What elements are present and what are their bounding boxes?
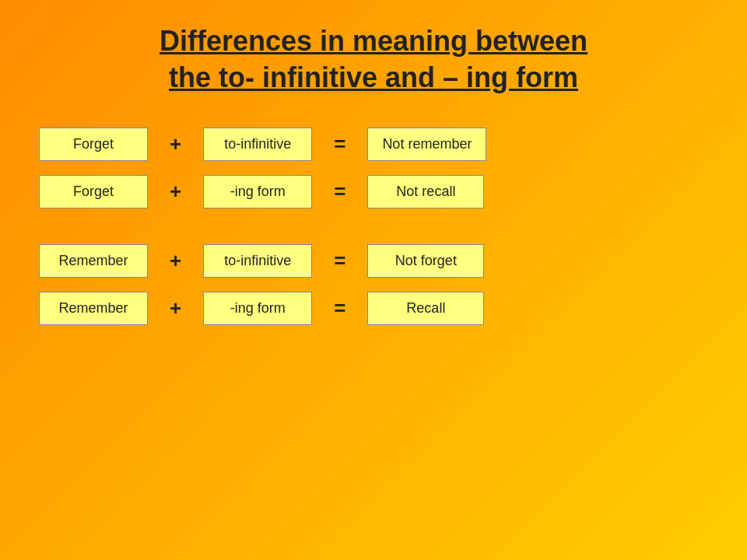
plus-operator-3: + — [148, 249, 203, 273]
equals-operator-2: = — [312, 180, 367, 204]
form-box-2: -ing form — [203, 175, 312, 208]
meaning-box-1: Not remember — [367, 128, 486, 161]
verb-box-2: Forget — [39, 175, 148, 208]
plus-operator-1: + — [148, 132, 203, 156]
form-box-3: to-infinitive — [203, 244, 312, 278]
table-row: Forget + to-infinitive = Not remember — [39, 128, 708, 161]
meaning-box-3: Not forget — [367, 244, 484, 278]
form-box-4: -ing form — [203, 292, 312, 325]
equals-operator-3: = — [312, 249, 367, 273]
title-line1: Differences in meaning between — [160, 25, 587, 57]
table-row: Remember + to-infinitive = Not forget — [39, 244, 708, 278]
table-row: Remember + -ing form = Recall — [39, 292, 708, 325]
form-box-1: to-infinitive — [203, 128, 312, 161]
content-area: Forget + to-infinitive = Not remember Fo… — [39, 128, 708, 325]
title-line2: the to- infinitive and – ing form — [169, 61, 578, 93]
verb-box-1: Forget — [39, 128, 148, 161]
plus-operator-2: + — [148, 180, 203, 204]
table-row: Forget + -ing form = Not recall — [39, 175, 708, 208]
verb-box-3: Remember — [39, 244, 148, 278]
meaning-box-4: Recall — [367, 292, 484, 325]
meaning-box-2: Not recall — [367, 175, 484, 208]
title: Differences in meaning between the to- i… — [160, 23, 587, 96]
plus-operator-4: + — [148, 296, 203, 320]
verb-box-4: Remember — [39, 292, 148, 325]
equals-operator-1: = — [312, 132, 367, 156]
equals-operator-4: = — [312, 296, 367, 320]
